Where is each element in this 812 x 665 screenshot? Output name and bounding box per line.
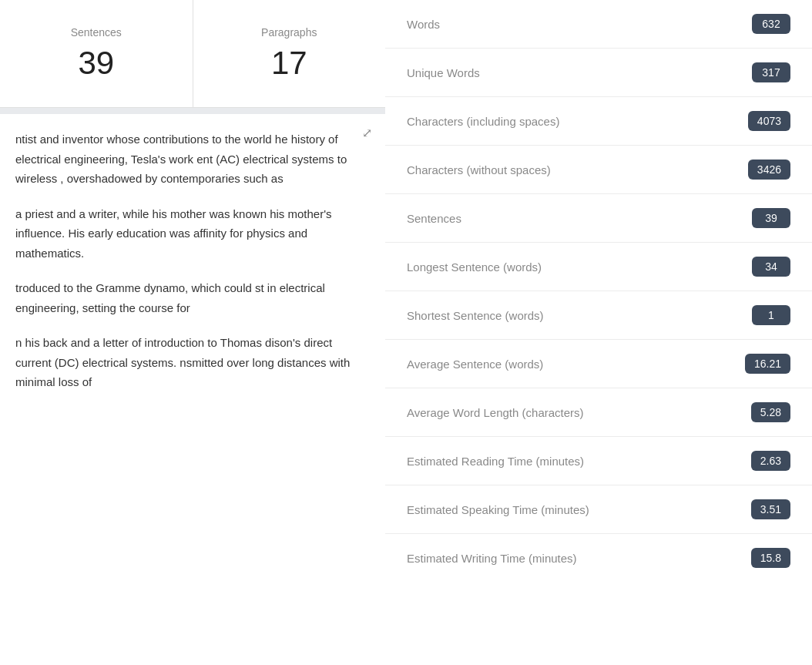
stat-badge-5: 34 (752, 257, 790, 277)
stat-name-11: Estimated Writing Time (minutes) (407, 552, 577, 565)
stats-list-item: Shortest Sentence (words)1 (385, 291, 812, 340)
stats-list-item: Longest Sentence (words)34 (385, 243, 812, 291)
sentences-label: Sentences (71, 26, 122, 39)
stats-list-item: Words632 (385, 0, 812, 49)
stat-name-3: Characters (without spaces) (407, 163, 551, 176)
stat-name-4: Sentences (407, 212, 461, 225)
right-panel: Words632Unique Words317Characters (inclu… (385, 0, 812, 665)
stat-badge-8: 5.28 (751, 402, 790, 422)
text-paragraph-4: n his back and a letter of introduction … (15, 333, 370, 392)
stat-badge-11: 15.8 (751, 548, 790, 568)
stat-badge-2: 4073 (748, 111, 790, 131)
stat-name-7: Average Sentence (words) (407, 358, 543, 371)
stat-name-10: Estimated Speaking Time (minutes) (407, 503, 589, 516)
stats-list-item: Sentences39 (385, 194, 812, 243)
expand-icon[interactable]: ⤢ (357, 123, 376, 142)
stat-badge-6: 1 (752, 305, 790, 325)
stat-name-9: Estimated Reading Time (minutes) (407, 455, 584, 468)
text-paragraph-1: ntist and inventor whose contributions t… (15, 129, 370, 189)
stat-badge-9: 2.63 (751, 451, 790, 471)
stat-badge-4: 39 (752, 208, 790, 228)
paragraphs-value: 17 (271, 45, 307, 82)
stat-name-0: Words (407, 18, 440, 31)
stat-name-8: Average Word Length (characters) (407, 406, 584, 419)
stats-list-item: Characters (including spaces)4073 (385, 97, 812, 146)
stat-badge-7: 16.21 (745, 354, 790, 374)
sentences-stat: Sentences 39 (0, 0, 193, 107)
paragraphs-stat: Paragraphs 17 (193, 0, 386, 107)
stats-list-item: Estimated Writing Time (minutes)15.8 (385, 534, 812, 582)
stat-name-5: Longest Sentence (words) (407, 260, 542, 274)
stat-badge-1: 317 (752, 62, 790, 82)
text-paragraph-3: troduced to the Gramme dynamo, which cou… (15, 278, 370, 317)
stats-list-item: Unique Words317 (385, 49, 812, 97)
stats-list-item: Estimated Reading Time (minutes)2.63 (385, 437, 812, 485)
stat-name-6: Shortest Sentence (words) (407, 309, 544, 322)
paragraphs-label: Paragraphs (261, 26, 317, 39)
stats-list-item: Average Word Length (characters)5.28 (385, 388, 812, 437)
stat-badge-10: 3.51 (751, 499, 790, 519)
stat-badge-0: 632 (752, 14, 790, 34)
stats-list: Words632Unique Words317Characters (inclu… (385, 0, 812, 582)
text-area-container: ⤢ ntist and inventor whose contributions… (0, 114, 385, 665)
stat-badge-3: 3426 (748, 160, 790, 180)
stats-list-item: Estimated Speaking Time (minutes)3.51 (385, 485, 812, 534)
stats-bar: Sentences 39 Paragraphs 17 (0, 0, 385, 108)
stats-list-item: Average Sentence (words)16.21 (385, 340, 812, 388)
text-paragraph-2: a priest and a writer, while his mother … (15, 204, 370, 264)
stat-name-2: Characters (including spaces) (407, 115, 559, 128)
left-panel: Sentences 39 Paragraphs 17 ⤢ ntist and i… (0, 0, 385, 665)
stat-name-1: Unique Words (407, 66, 480, 79)
text-content: ntist and inventor whose contributions t… (15, 129, 370, 650)
sentences-value: 39 (78, 45, 114, 82)
stats-list-item: Characters (without spaces)3426 (385, 146, 812, 194)
